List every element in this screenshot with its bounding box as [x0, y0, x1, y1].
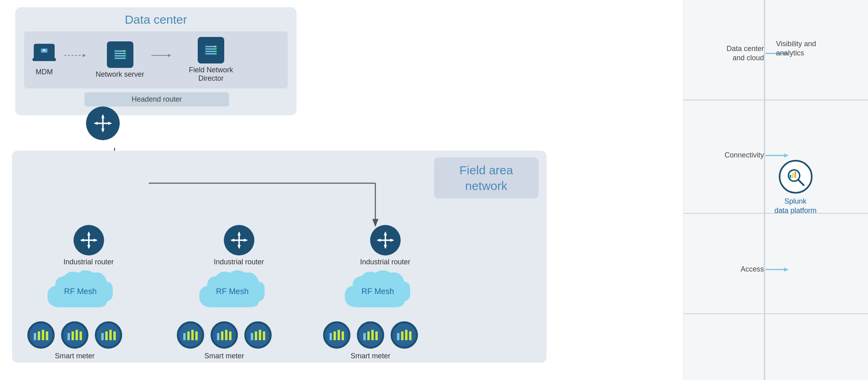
- rf3-label: RF Mesh: [361, 287, 394, 296]
- smart-meters-group-2: Smart meter: [177, 321, 272, 360]
- connectivity-label: Connectivity: [692, 151, 764, 159]
- field-area-network-title: Field areanetwork: [441, 162, 531, 194]
- industrial-router-1: Industrial router: [63, 225, 114, 266]
- industrial-router-3: Industrial router: [360, 225, 410, 266]
- ir1-label: Industrial router: [63, 258, 114, 266]
- svg-rect-105: [409, 331, 411, 340]
- industrial-router-2: Industrial router: [214, 225, 264, 266]
- svg-marker-66: [384, 231, 387, 235]
- rf-mesh-cloud-2: RF Mesh: [192, 267, 272, 315]
- svg-rect-87: [221, 331, 223, 340]
- svg-rect-93: [263, 331, 265, 340]
- rf3-label-container: RF Mesh: [361, 287, 394, 296]
- svg-rect-116: [794, 172, 796, 178]
- smart-meter-2-3: [244, 321, 272, 349]
- smart-meter-1-2: [61, 321, 88, 349]
- svg-point-42: [214, 46, 216, 47]
- svg-rect-92: [259, 330, 261, 340]
- fnd-icon: [198, 37, 224, 63]
- svg-rect-76: [76, 330, 78, 340]
- svg-point-31: [123, 50, 125, 52]
- dc-inner-row: MDM Network server: [24, 31, 288, 88]
- svg-rect-88: [225, 330, 227, 340]
- headend-router-label: Headend router: [131, 95, 182, 103]
- svg-marker-57: [94, 239, 98, 242]
- svg-rect-91: [255, 331, 257, 340]
- svg-marker-63: [244, 239, 248, 242]
- svg-rect-90: [251, 333, 253, 340]
- svg-rect-114: [790, 175, 791, 178]
- smart-meter-3-3: [391, 321, 418, 349]
- svg-point-33: [123, 55, 125, 57]
- rf-mesh-cloud-3: RF Mesh: [338, 267, 418, 315]
- smart-meter-2-2: [211, 321, 238, 349]
- svg-rect-85: [195, 331, 198, 340]
- svg-marker-118: [784, 268, 789, 272]
- svg-rect-73: [46, 331, 48, 340]
- svg-rect-97: [342, 331, 344, 340]
- fnd-node: Field Network Director: [181, 37, 241, 83]
- svg-marker-55: [87, 245, 90, 249]
- svg-point-44: [214, 51, 216, 52]
- smart-meter-3-2: [357, 321, 384, 349]
- fnd-label: Field Network Director: [181, 66, 241, 83]
- ir3-label: Industrial router: [360, 258, 410, 266]
- svg-rect-72: [42, 330, 44, 340]
- svg-marker-68: [377, 239, 381, 242]
- right-row-visibility: Visibility and analytics: [771, 36, 821, 61]
- splunk-icon: [779, 160, 813, 194]
- svg-rect-98: [363, 333, 366, 340]
- mdm-label: MDM: [36, 68, 53, 76]
- svg-marker-60: [237, 231, 241, 235]
- ir3-icon: [370, 225, 401, 255]
- svg-rect-75: [72, 331, 74, 340]
- rf1-label-container: RF Mesh: [64, 287, 96, 296]
- svg-rect-71: [38, 331, 40, 340]
- rf2-label-container: RF Mesh: [216, 287, 248, 296]
- right-row-access: Access: [692, 265, 790, 274]
- main-container: Data center MDM: [0, 0, 868, 380]
- ir2-icon: [224, 225, 254, 255]
- svg-marker-49: [101, 129, 104, 133]
- svg-rect-101: [375, 331, 378, 340]
- sm3-row: [323, 321, 418, 349]
- svg-marker-54: [87, 231, 90, 235]
- svg-point-32: [123, 53, 125, 54]
- svg-rect-115: [792, 173, 794, 178]
- network-server-node: Network server: [96, 41, 144, 79]
- access-label: Access: [692, 265, 764, 274]
- rf1-label: RF Mesh: [64, 287, 96, 296]
- svg-rect-94: [330, 333, 332, 340]
- svg-marker-48: [101, 114, 104, 118]
- svg-point-43: [214, 48, 216, 50]
- svg-point-45: [214, 53, 216, 55]
- data-center-cloud-label: Data center and cloud: [692, 44, 764, 63]
- svg-rect-86: [217, 333, 219, 340]
- data-center-box: Data center MDM: [15, 7, 297, 115]
- svg-marker-67: [384, 245, 387, 249]
- mdm-node: MDM: [31, 44, 57, 76]
- diagram-area: Data center MDM: [0, 0, 683, 380]
- svg-rect-70: [34, 333, 36, 340]
- access-arrow-icon: [766, 266, 790, 274]
- mdm-icon: [31, 44, 57, 65]
- h-line-bottom: [684, 313, 868, 314]
- smart-meters-group-3: Smart meter: [323, 321, 418, 360]
- network-server-label: Network server: [96, 70, 144, 79]
- svg-rect-102: [397, 333, 399, 340]
- ir2-label: Industrial router: [214, 258, 264, 266]
- svg-rect-103: [401, 331, 403, 340]
- smart-meter-3-1: [323, 321, 350, 349]
- svg-rect-80: [109, 330, 112, 340]
- smart-meter-1-3: [95, 321, 122, 349]
- smart-meter-2-label: Smart meter: [204, 352, 244, 360]
- svg-rect-89: [229, 331, 231, 340]
- svg-marker-36: [168, 54, 171, 57]
- svg-rect-79: [105, 331, 108, 340]
- ir1-icon: [74, 225, 104, 255]
- smart-meter-3-label: Smart meter: [350, 352, 390, 360]
- svg-rect-77: [80, 331, 82, 340]
- smart-meter-1-1: [27, 321, 55, 349]
- svg-rect-104: [405, 330, 407, 340]
- mdm-ns-arrow: [64, 52, 88, 59]
